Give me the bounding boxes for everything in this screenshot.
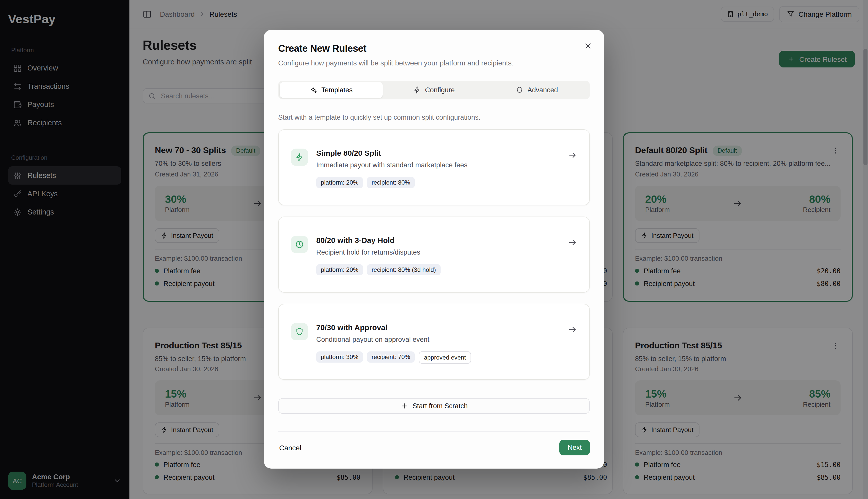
template-title: 80/20 with 3-Day Hold (316, 236, 441, 246)
modal-footer-divider (278, 431, 590, 431)
template-chip: platform: 20% (316, 177, 363, 188)
modal-title: Create New Ruleset (278, 43, 590, 54)
next-button[interactable]: Next (559, 440, 590, 455)
template-option[interactable]: 70/30 with Approval Conditional payout o… (278, 304, 590, 380)
template-description: Recipient hold for returns/disputes (316, 248, 441, 258)
shield-icon (295, 327, 304, 336)
modal-footer: Cancel Next (278, 440, 590, 455)
template-chips: platform: 20%recipient: 80% (3d hold) (316, 264, 441, 275)
plus-icon (400, 402, 408, 410)
arrow-right-icon (568, 325, 577, 334)
app-screen: VestPay Platform Overview Transactions P… (0, 0, 868, 499)
template-option[interactable]: Simple 80/20 Split Immediate payout with… (278, 129, 590, 205)
template-description: Conditional payout on approval event (316, 336, 471, 345)
clock-icon (295, 240, 304, 249)
modal-subtitle: Configure how payments will be split bet… (278, 59, 590, 67)
template-chip: recipient: 80% (3d hold) (367, 264, 441, 275)
close-icon (584, 42, 592, 50)
template-chip: platform: 20% (316, 264, 363, 275)
arrow-right-icon (568, 238, 577, 247)
cancel-button[interactable]: Cancel (278, 440, 302, 455)
arrow-right-icon (568, 150, 577, 160)
template-chip: approved event (419, 351, 471, 364)
zap-icon (295, 153, 304, 162)
close-button[interactable] (582, 40, 594, 52)
template-icon (291, 236, 308, 253)
tab-advanced[interactable]: Advanced (486, 82, 588, 98)
template-title: 70/30 with Approval (316, 323, 471, 333)
zap-icon (413, 86, 421, 94)
template-icon (291, 149, 308, 166)
template-chip: recipient: 80% (367, 177, 415, 188)
template-title: Simple 80/20 Split (316, 149, 467, 159)
template-chips: platform: 20%recipient: 80% (316, 177, 467, 188)
start-from-scratch-button[interactable]: Start from Scratch (278, 398, 590, 414)
template-list: Simple 80/20 Split Immediate payout with… (278, 129, 590, 380)
template-icon (291, 323, 308, 340)
template-chip: platform: 30% (316, 351, 363, 363)
template-chip: recipient: 70% (367, 351, 415, 363)
modal-tabs: Templates Configure Advanced (278, 81, 590, 99)
sparkles-icon (310, 86, 317, 94)
template-chips: platform: 30%recipient: 70%approved even… (316, 351, 471, 364)
shield-icon (516, 86, 523, 94)
template-option[interactable]: 80/20 with 3-Day Hold Recipient hold for… (278, 217, 590, 293)
template-description: Immediate payout with standard marketpla… (316, 161, 467, 170)
create-ruleset-modal: Create New Ruleset Configure how payment… (264, 30, 604, 468)
templates-intro: Start with a template to quickly set up … (278, 113, 590, 121)
tab-templates[interactable]: Templates (280, 82, 382, 98)
tab-configure[interactable]: Configure (382, 82, 485, 98)
